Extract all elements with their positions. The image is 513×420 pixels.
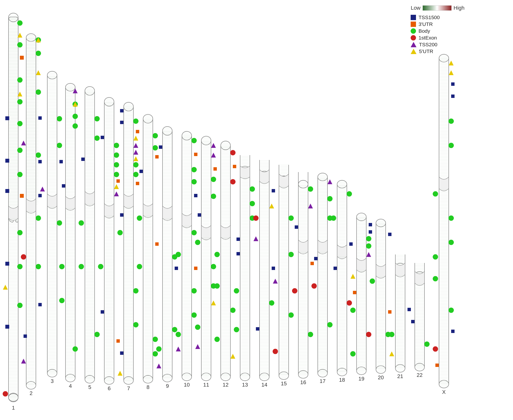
marker <box>347 300 352 306</box>
svg-text:14: 14 <box>261 382 267 388</box>
marker <box>191 138 197 143</box>
marker <box>36 152 41 158</box>
svg-rect-78 <box>201 238 211 377</box>
marker <box>331 215 336 221</box>
svg-point-10 <box>8 394 18 401</box>
svg-rect-6 <box>8 17 18 221</box>
marker <box>435 364 439 367</box>
marker <box>327 179 332 184</box>
marker <box>369 230 372 234</box>
marker <box>156 364 161 368</box>
marker <box>176 252 181 257</box>
svg-rect-64 <box>163 218 172 378</box>
marker <box>20 56 24 60</box>
marker <box>448 308 454 313</box>
svg-rect-16 <box>26 211 36 385</box>
marker <box>38 303 42 306</box>
svg-text:9: 9 <box>166 383 169 389</box>
marker <box>59 298 65 303</box>
svg-rect-155 <box>415 283 424 367</box>
marker <box>120 213 123 217</box>
marker <box>195 325 200 330</box>
chrom-3: 3 <box>40 71 63 384</box>
marker <box>273 349 278 354</box>
marker <box>40 187 45 191</box>
marker <box>350 274 355 279</box>
marker <box>17 230 23 235</box>
marker <box>350 351 356 357</box>
svg-text:12: 12 <box>223 382 228 388</box>
marker <box>133 156 138 161</box>
marker <box>136 130 139 133</box>
marker <box>133 150 138 155</box>
svg-rect-112 <box>298 184 308 247</box>
chrom-4: 4 <box>59 83 78 389</box>
marker <box>21 141 26 145</box>
marker <box>389 332 394 337</box>
marker <box>449 61 454 65</box>
svg-rect-113 <box>298 252 308 374</box>
marker <box>114 152 119 158</box>
svg-rect-77 <box>201 141 211 233</box>
marker <box>211 301 216 305</box>
marker <box>366 252 371 257</box>
svg-text:20: 20 <box>378 374 384 380</box>
marker <box>388 233 391 236</box>
marker <box>94 332 100 337</box>
marker <box>451 330 455 333</box>
marker <box>17 148 23 153</box>
marker <box>17 172 23 177</box>
svg-rect-15 <box>26 38 36 207</box>
marker <box>211 153 216 158</box>
marker <box>5 159 9 163</box>
marker <box>133 172 138 177</box>
svg-rect-106 <box>279 186 289 376</box>
chrom-15: 15 <box>273 165 294 387</box>
marker <box>175 267 178 270</box>
svg-text:10: 10 <box>184 382 190 388</box>
svg-rect-92 <box>240 177 250 377</box>
marker <box>451 82 455 86</box>
svg-rect-57 <box>143 215 153 379</box>
marker <box>369 223 372 226</box>
marker <box>101 136 104 139</box>
svg-rect-43 <box>104 216 114 380</box>
marker <box>114 191 119 196</box>
chrom-6: 6 <box>98 97 120 391</box>
chrom-9: 9 <box>156 127 178 389</box>
marker <box>81 158 85 161</box>
marker <box>176 332 181 337</box>
marker <box>191 288 197 293</box>
marker <box>370 278 375 284</box>
chromosomes-svg: 1 <box>0 0 513 420</box>
svg-text:5: 5 <box>88 384 91 390</box>
marker <box>118 371 122 376</box>
marker <box>5 116 9 120</box>
marker <box>21 359 26 364</box>
marker <box>269 300 274 306</box>
marker <box>198 213 201 217</box>
svg-text:19: 19 <box>358 376 364 382</box>
marker <box>448 143 454 148</box>
marker <box>73 346 78 352</box>
svg-rect-56 <box>143 119 153 211</box>
svg-rect-127 <box>337 256 347 372</box>
marker <box>17 264 23 269</box>
marker <box>17 20 23 26</box>
marker <box>433 254 438 260</box>
marker <box>137 215 142 221</box>
marker <box>250 201 255 206</box>
marker <box>120 109 123 112</box>
marker <box>38 116 42 120</box>
marker <box>120 351 123 355</box>
svg-rect-7 <box>8 218 18 397</box>
marker <box>407 308 411 311</box>
marker <box>3 391 8 396</box>
marker <box>311 283 317 289</box>
marker <box>116 179 120 183</box>
marker <box>230 179 236 184</box>
svg-rect-63 <box>163 131 172 213</box>
marker <box>295 225 298 229</box>
marker <box>366 332 371 337</box>
marker <box>73 114 78 119</box>
